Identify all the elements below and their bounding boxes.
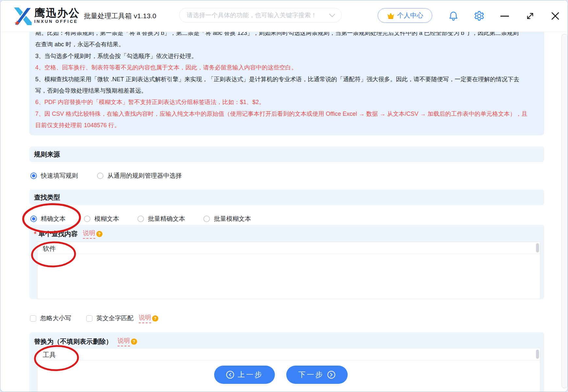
circle-arrow-left-icon — [226, 370, 234, 379]
find-type-title: 查找类型 — [34, 193, 60, 202]
find-type-header: 查找类型 — [29, 189, 544, 205]
next-step-label: 下一步 — [298, 370, 324, 380]
checkbox-whole-word[interactable] — [86, 315, 92, 322]
inxun-logo-icon — [13, 7, 32, 25]
vertical-scrollbar[interactable] — [561, 34, 568, 388]
textarea-rule-line — [38, 360, 540, 360]
maximize-icon — [526, 11, 535, 21]
notice-line: 目前仅支持处理前 1048576 行。 — [35, 120, 538, 131]
radio-fuzzy-text[interactable] — [84, 216, 90, 222]
minimize-icon — [500, 16, 509, 17]
chevron-down-icon — [329, 11, 335, 17]
gear-icon — [474, 10, 485, 22]
find-type-options: 精确文本 模糊文本 批量精确文本 批量模糊文本 — [29, 212, 251, 226]
next-step-button[interactable]: 下一步 — [286, 366, 348, 384]
radio-batch-exact-text-label[interactable]: 批量精确文本 — [148, 215, 185, 223]
title-bar: 鹰迅办公 INXUN OFFICE 批量处理工具箱 v1.13.0 请选择一个具… — [0, 0, 568, 32]
prev-step-label: 上一步 — [238, 370, 263, 380]
match-options-row: 忽略大小写 英文全字匹配 说明 ? — [29, 312, 158, 325]
replace-label-row: 替换为（不填则表示删除） 说明 ? — [34, 336, 137, 347]
find-content-title: 单个查找内容 — [39, 230, 78, 238]
circle-arrow-right-icon — [327, 370, 336, 379]
radio-rule-manager[interactable] — [97, 173, 103, 179]
notice-line: 在查询 abc 时，永远不会有结果。 — [35, 39, 538, 50]
notice-line: 4、空格、回车换行、制表符等看不见的内容也属于文本，因此，请务必留意输入内容中的… — [35, 62, 538, 73]
prev-step-button[interactable]: 上一步 — [214, 366, 275, 384]
find-content-textarea[interactable]: 软件 — [37, 242, 540, 299]
checkbox-ignore-case-label[interactable]: 忽略大小写 — [40, 314, 71, 323]
personal-center-button[interactable]: 个人中心 — [378, 8, 432, 23]
textarea-scrollbar-thumb[interactable] — [536, 350, 539, 359]
close-icon — [551, 11, 560, 21]
notice-line: 写，否则会导致处理结果与预期相差甚远。 — [35, 85, 538, 97]
radio-exact-text[interactable] — [30, 216, 37, 222]
radio-quick-fill-rule[interactable] — [30, 173, 37, 179]
function-search-select[interactable]: 请选择一个具体的功能，也可输入关键字搜索！ — [179, 8, 342, 23]
radio-quick-fill-rule-label[interactable]: 快速填写规则 — [41, 172, 78, 180]
notice-panel: 期。比如：有两条规则，第一条是「将 a 替换为 b」，第二条是「将 abc 替换… — [29, 32, 544, 135]
settings-button[interactable] — [472, 0, 486, 32]
notice-line: 3、当勾选多个规则时，系统会按「勾选顺序」依次进行处理。 — [35, 51, 538, 62]
replace-value: 工具 — [43, 351, 56, 359]
app-title: 批量处理工具箱 v1.13.0 — [84, 0, 156, 32]
personal-center-label: 个人中心 — [397, 11, 423, 20]
radio-exact-text-label[interactable]: 精确文本 — [41, 215, 66, 223]
radio-rule-manager-label[interactable]: 从通用的规则管理器中选择 — [107, 172, 182, 180]
bell-button[interactable] — [446, 0, 461, 32]
rule-source-options: 快速填写规则 从通用的规则管理器中选择 — [29, 169, 182, 183]
replace-help-link[interactable]: 说明 — [118, 337, 130, 346]
rule-source-header: 规则来源 — [29, 146, 544, 162]
required-asterisk: * — [34, 230, 37, 238]
logo-en: INXUN OFFICE — [34, 19, 80, 24]
minimize-button[interactable] — [497, 0, 512, 32]
notice-line: 期。比如：有两条规则，第一条是「将 a 替换为 b」，第二条是「将 abc 替换… — [35, 32, 538, 39]
maximize-button[interactable] — [523, 0, 537, 32]
notice-line: 5、模糊查找功能采用「微软 .NET 正则表达式解析引擎」来实现，「正则表达式」… — [35, 74, 538, 85]
radio-batch-fuzzy-text[interactable] — [203, 216, 210, 222]
radio-batch-exact-text[interactable] — [137, 216, 144, 222]
question-circle-icon[interactable]: ? — [131, 339, 137, 345]
logo-text: 鹰迅办公 INXUN OFFICE — [34, 8, 80, 24]
question-circle-icon[interactable]: ? — [96, 231, 103, 237]
replace-title: 替换为（不填则表示删除） — [34, 337, 112, 346]
app-window: 鹰迅办公 INXUN OFFICE 批量处理工具箱 v1.13.0 请选择一个具… — [0, 0, 568, 392]
search-placeholder: 请选择一个具体的功能，也可输入关键字搜索！ — [187, 11, 330, 20]
find-content-help-link[interactable]: 说明 — [83, 229, 95, 239]
textarea-scrollbar-thumb[interactable] — [536, 243, 539, 252]
notice-line: 6、PDF 内容替换中的「模糊文本」暂不支持正则表达式分组标签语法，比如：$1、… — [35, 97, 538, 108]
textarea-rule-line — [38, 254, 540, 254]
checkbox-whole-word-label[interactable]: 英文全字匹配 — [96, 314, 134, 323]
bell-icon — [449, 11, 458, 21]
logo-cn: 鹰迅办公 — [34, 8, 80, 19]
crown-icon — [387, 12, 395, 19]
rule-source-title: 规则来源 — [34, 150, 60, 159]
notice-line: 7、因 CSV 格式比较特殊，在输入查找内容时，应输入纯文本中的原始值（使用记事… — [35, 108, 538, 120]
match-options-help-link[interactable]: 说明 — [139, 313, 151, 323]
checkbox-ignore-case[interactable] — [30, 315, 36, 322]
close-button[interactable] — [548, 0, 562, 32]
find-content-label-row: * 单个查找内容 说明 ? — [34, 228, 103, 240]
radio-fuzzy-text-label[interactable]: 模糊文本 — [94, 215, 119, 223]
radio-batch-fuzzy-text-label[interactable]: 批量模糊文本 — [214, 215, 251, 223]
find-content-value: 软件 — [43, 244, 56, 253]
question-circle-icon[interactable]: ? — [152, 315, 158, 322]
